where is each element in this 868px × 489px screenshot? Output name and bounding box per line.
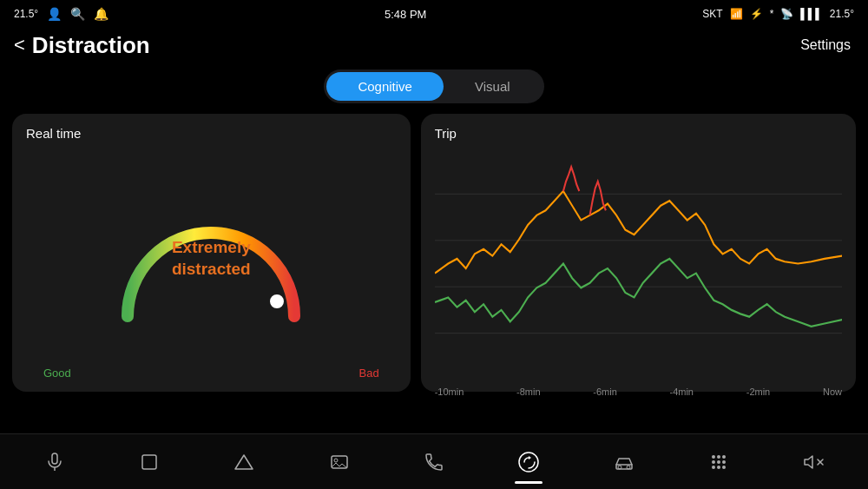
gauge-container: Extremely distracted <box>26 148 397 363</box>
profile-icon: 👤 <box>47 7 62 21</box>
nav-apps[interactable] <box>671 434 766 489</box>
gauge-label: Extremely distracted <box>172 237 251 280</box>
chart-area: -10min -8min -6min -4min -2min Now <box>435 148 842 380</box>
nav-phone[interactable] <box>386 434 481 489</box>
car-icon <box>613 452 635 472</box>
home-square-icon <box>139 452 160 472</box>
search-icon: 🔍 <box>70 7 85 21</box>
svg-point-16 <box>712 460 715 464</box>
apps-icon <box>708 452 729 472</box>
bluetooth-icon: * <box>770 8 774 20</box>
signal-icon: 📶 <box>730 8 743 20</box>
cell-icon: ▌▌▌ <box>800 8 823 20</box>
refresh-icon <box>517 451 540 473</box>
image-icon <box>329 452 350 472</box>
x-label-0: -10min <box>435 387 464 397</box>
bell-icon: 🔔 <box>94 7 108 21</box>
tab-selector: Cognitive Visual <box>0 69 868 103</box>
carrier-label: SKT <box>702 8 722 20</box>
trip-card: Trip -10min -8min -6min -4min <box>421 114 856 392</box>
page-title: Distraction <box>32 32 150 59</box>
mute-icon <box>803 452 824 472</box>
nav-mic[interactable] <box>7 434 102 489</box>
triangle-icon <box>233 452 254 472</box>
gauge-bad-label: Bad <box>359 367 379 380</box>
svg-rect-4 <box>52 453 57 464</box>
phone-icon <box>424 452 444 472</box>
realtime-card: Real time <box>12 114 411 392</box>
svg-point-21 <box>722 466 726 469</box>
realtime-title: Real time <box>26 126 397 141</box>
orange-line <box>435 191 842 274</box>
svg-point-14 <box>717 455 720 459</box>
svg-point-18 <box>722 460 726 464</box>
red-spike1 <box>563 167 579 191</box>
status-time: 5:48 PM <box>385 8 426 21</box>
nav-mute[interactable] <box>766 434 861 489</box>
gauge-good-label: Good <box>43 367 71 380</box>
svg-marker-7 <box>235 455 253 469</box>
status-left: 21.5° 👤 🔍 🔔 <box>14 7 108 21</box>
gauge-bottom-labels: Good Bad <box>26 367 397 380</box>
temperature-right: 21.5° <box>830 8 854 20</box>
tab-container: Cognitive Visual <box>324 69 543 103</box>
x-label-1: -8min <box>516 387 541 397</box>
tab-visual[interactable]: Visual <box>444 72 542 101</box>
mic-icon <box>44 452 65 472</box>
svg-point-19 <box>712 466 715 469</box>
nav-home[interactable] <box>102 434 196 489</box>
trip-title: Trip <box>435 126 842 141</box>
green-line <box>435 259 842 327</box>
x-label-3: -4min <box>669 387 694 397</box>
svg-point-9 <box>334 459 338 462</box>
svg-point-20 <box>717 466 720 469</box>
gauge-needle <box>271 295 283 307</box>
chart-x-labels: -10min -8min -6min -4min -2min Now <box>435 383 842 397</box>
settings-button[interactable]: Settings <box>800 37 851 53</box>
x-label-5: Now <box>823 387 842 397</box>
header-left: < Distraction <box>14 32 150 59</box>
trip-chart-svg <box>435 148 842 380</box>
nav-refresh[interactable] <box>482 434 576 489</box>
temperature-left: 21.5° <box>14 8 38 20</box>
x-label-2: -6min <box>593 387 617 397</box>
svg-point-15 <box>722 455 726 459</box>
svg-point-13 <box>712 455 715 459</box>
svg-point-17 <box>717 460 720 464</box>
wifi-icon: 📡 <box>780 8 793 20</box>
tab-cognitive[interactable]: Cognitive <box>326 72 444 101</box>
svg-rect-6 <box>142 455 156 469</box>
nav-car[interactable] <box>576 434 671 489</box>
x-label-4: -2min <box>746 387 771 397</box>
gauge-status: Extremely distracted <box>172 237 251 280</box>
status-right: SKT 📶 ⚡ * 📡 ▌▌▌ 21.5° <box>702 8 854 20</box>
main-content: Real time <box>0 114 868 392</box>
header: < Distraction Settings <box>0 28 868 66</box>
nav-image[interactable] <box>292 434 386 489</box>
nav-triangle[interactable] <box>197 434 292 489</box>
usb-icon: ⚡ <box>750 8 763 20</box>
back-button[interactable]: < <box>14 34 25 56</box>
bottom-nav <box>0 433 868 489</box>
status-bar: 21.5° 👤 🔍 🔔 5:48 PM SKT 📶 ⚡ * 📡 ▌▌▌ 21.5… <box>0 0 868 28</box>
